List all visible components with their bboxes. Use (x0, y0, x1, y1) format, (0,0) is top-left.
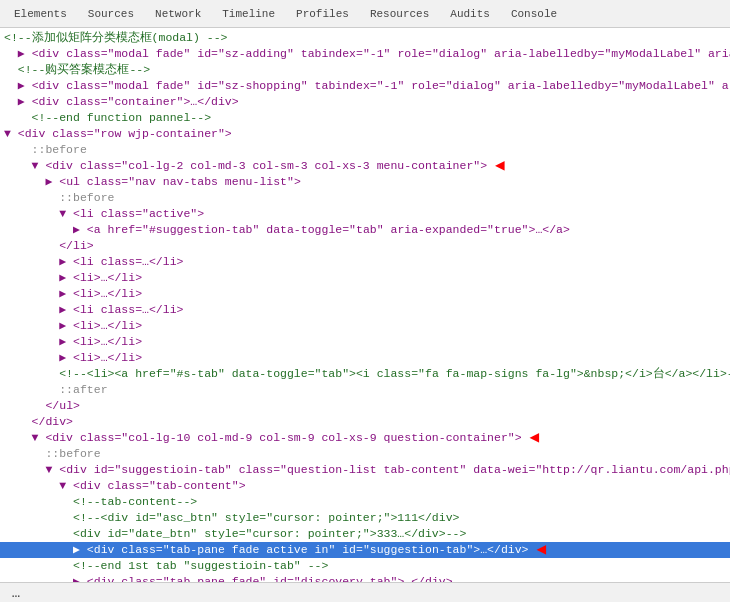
code-line: </ul> (0, 398, 730, 414)
code-line: <!--end 1st tab "suggestioin-tab" --> (0, 558, 730, 574)
tab-elements[interactable]: Elements (4, 4, 78, 24)
code-line: ▼ <div class="row wjp-container"> (0, 126, 730, 142)
code-line: ▶ <li>…</li> (0, 350, 730, 366)
code-line: ▶ <li>…</li> (0, 270, 730, 286)
code-line: <!--购买答案模态框--> (0, 62, 730, 78)
code-line: ▶ <li class=…</li> (0, 302, 730, 318)
code-line: ▶ <li>…</li> (0, 318, 730, 334)
code-line: ▶ <li>…</li> (0, 334, 730, 350)
code-line: ::after (0, 382, 730, 398)
code-line: ▶ <ul class="nav nav-tabs menu-list"> (0, 174, 730, 190)
red-arrow-icon: ◀ (537, 542, 547, 558)
tab-sources[interactable]: Sources (78, 4, 145, 24)
tab-profiles[interactable]: Profiles (286, 4, 360, 24)
code-line: <!--添加似矩阵分类模态框(modal) --> (0, 30, 730, 46)
code-line: </div> (0, 414, 730, 430)
code-line: ▼ <div id="suggestioin-tab" class="quest… (0, 462, 730, 478)
code-line: ▼ <li class="active"> (0, 206, 730, 222)
code-line: ▶ <div class="tab-pane fade" id="discove… (0, 574, 730, 582)
code-line: ::before (0, 142, 730, 158)
tab-resources[interactable]: Resources (360, 4, 440, 24)
ellipsis-icon: … (8, 585, 24, 601)
code-line: ▼ <div class="col-lg-10 col-md-9 col-sm-… (0, 430, 730, 446)
tab-timeline[interactable]: Timeline (212, 4, 286, 24)
devtools-body: <!--添加似矩阵分类模态框(modal) --> ▶ <div class="… (0, 28, 730, 602)
code-area[interactable]: <!--添加似矩阵分类模态框(modal) --> ▶ <div class="… (0, 28, 730, 582)
code-line: <!--end function pannel--> (0, 110, 730, 126)
code-line: ▶ <div class="modal fade" id="sz-shoppin… (0, 78, 730, 94)
code-line: <div id="date_btn" style="cursor: pointe… (0, 526, 730, 542)
code-line: </li> (0, 238, 730, 254)
tab-console[interactable]: Console (501, 4, 568, 24)
code-line: ▼ <div class="col-lg-2 col-md-3 col-sm-3… (0, 158, 730, 174)
code-line: ▶ <a href="#suggestion-tab" data-toggle=… (0, 222, 730, 238)
devtools-tab-bar: Elements Sources Network Timeline Profil… (0, 0, 730, 28)
red-arrow-icon: ◀ (530, 430, 540, 446)
code-line: ::before (0, 190, 730, 206)
tab-network[interactable]: Network (145, 4, 212, 24)
code-line: ▶ <li class=…</li> (0, 254, 730, 270)
code-line: <!--<li><a href="#s-tab" data-toggle="ta… (0, 366, 730, 382)
code-line: ▼ <div class="tab-content"> (0, 478, 730, 494)
code-line: ▶ <div class="tab-pane fade active in" i… (0, 542, 730, 558)
code-line: <!--<div id="asc_btn" style="cursor: poi… (0, 510, 730, 526)
code-line: ▶ <div class="modal fade" id="sz-adding"… (0, 46, 730, 62)
code-line: <!--tab-content--> (0, 494, 730, 510)
code-line: ::before (0, 446, 730, 462)
red-arrow-icon: ◀ (495, 158, 505, 174)
status-bar: … (0, 582, 730, 602)
code-line: ▶ <li>…</li> (0, 286, 730, 302)
code-line: ▶ <div class="container">…</div> (0, 94, 730, 110)
tab-audits[interactable]: Audits (440, 4, 501, 24)
